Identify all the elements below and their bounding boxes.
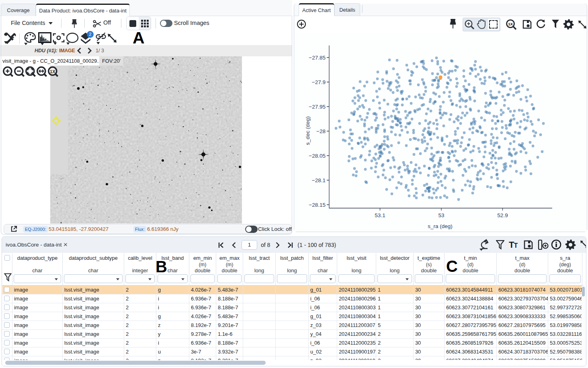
svg-text:−27.9: −27.9	[312, 79, 326, 85]
svg-text:s_ra (deg): s_ra (deg)	[428, 223, 453, 229]
svg-text:52.9: 52.9	[497, 212, 508, 218]
svg-text:−27.95: −27.95	[309, 104, 326, 110]
svg-text:−28: −28	[316, 128, 326, 134]
svg-text:−27.85: −27.85	[309, 55, 326, 61]
svg-text:−28.1: −28.1	[312, 177, 326, 183]
svg-text:s_dec (deg): s_dec (deg)	[305, 116, 311, 145]
svg-text:−28.05: −28.05	[309, 153, 326, 159]
svg-text:1X: 1X	[508, 22, 513, 26]
svg-text:−28.15: −28.15	[309, 202, 326, 208]
svg-text:53.1: 53.1	[375, 212, 385, 218]
svg-text:53: 53	[438, 212, 444, 218]
svg-text:1X: 1X	[50, 69, 55, 74]
